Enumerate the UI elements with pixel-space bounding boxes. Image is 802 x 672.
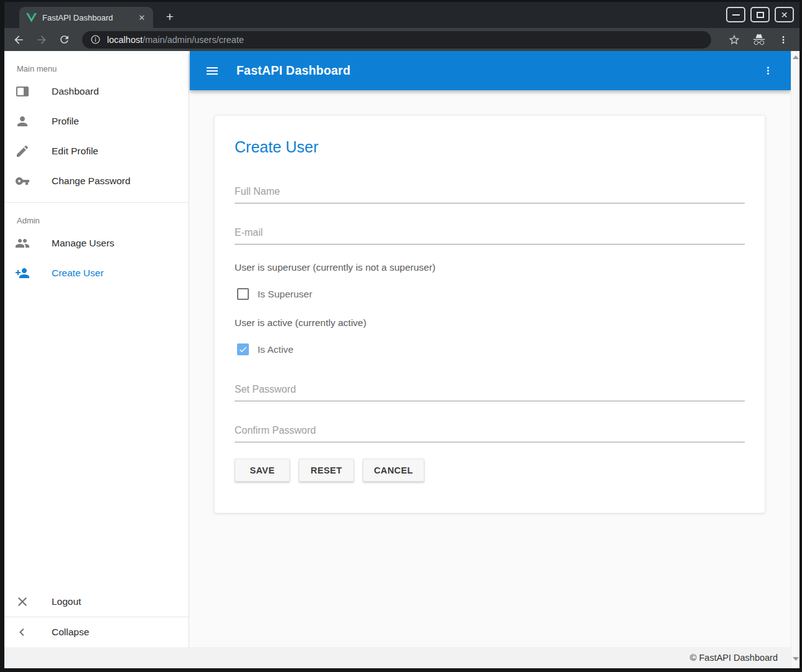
sidebar-item-label: Edit Profile xyxy=(52,146,98,157)
sidebar-item-label: Collapse xyxy=(52,627,89,638)
browser-tab[interactable]: FastAPI Dashboard ✕ xyxy=(19,7,153,28)
reload-icon xyxy=(58,34,70,45)
sidebar-item-profile[interactable]: Profile xyxy=(4,106,189,136)
sidebar-item-label: Logout xyxy=(52,596,81,607)
toolbar-actions xyxy=(722,33,791,47)
window-controls: ✕ xyxy=(726,7,794,22)
set-password-input[interactable] xyxy=(235,384,745,395)
pencil-icon xyxy=(15,144,30,159)
minimize-icon xyxy=(732,14,740,16)
sidebar-item-label: Create User xyxy=(52,268,104,279)
full-name-field xyxy=(235,186,745,203)
browser-menu-icon[interactable] xyxy=(778,34,789,45)
sidebar-divider xyxy=(4,202,189,203)
new-tab-button[interactable]: + xyxy=(161,8,179,26)
person-add-icon xyxy=(15,266,30,281)
sidebar-section-main-menu: Main menu xyxy=(17,64,189,73)
superuser-hint: User is superuser (currently is not a su… xyxy=(235,262,745,273)
confirm-password-field xyxy=(235,425,745,442)
maximize-button[interactable] xyxy=(750,7,770,22)
is-active-checkbox[interactable] xyxy=(237,343,249,355)
hamburger-menu-icon[interactable] xyxy=(205,63,220,78)
close-button[interactable]: ✕ xyxy=(775,7,794,22)
back-icon xyxy=(12,34,25,46)
reset-button[interactable]: RESET xyxy=(299,459,354,482)
forward-icon xyxy=(35,34,48,46)
tab-strip: FastAPI Dashboard ✕ + ✕ xyxy=(4,2,800,28)
sidebar-item-label: Profile xyxy=(52,116,79,127)
reload-button[interactable] xyxy=(58,34,70,45)
site-info-icon[interactable] xyxy=(90,34,101,45)
key-icon xyxy=(15,174,30,189)
tab-title: FastAPI Dashboard xyxy=(42,13,131,22)
app-bar-menu-icon[interactable] xyxy=(762,65,774,77)
incognito-icon xyxy=(752,33,766,47)
page-content: Main menu Dashboard Profile Edit Profile… xyxy=(4,51,800,668)
url-path: /main/admin/users/create xyxy=(142,35,244,45)
sidebar-item-dashboard[interactable]: Dashboard xyxy=(4,77,189,106)
sidebar-item-edit-profile[interactable]: Edit Profile xyxy=(4,136,189,166)
is-active-row[interactable]: Is Active xyxy=(235,343,745,355)
active-hint: User is active (currently active) xyxy=(235,317,745,329)
vue-logo-icon xyxy=(26,13,37,22)
bookmark-star-icon[interactable] xyxy=(728,34,740,46)
sidebar-item-collapse[interactable]: Collapse xyxy=(4,617,189,647)
is-active-label: Is Active xyxy=(258,344,294,355)
is-superuser-row[interactable]: Is Superuser xyxy=(235,288,745,300)
footer-copyright: © FastAPI Dashboard xyxy=(690,653,778,663)
browser-window: FastAPI Dashboard ✕ + ✕ xyxy=(0,0,802,672)
email-field xyxy=(235,227,745,245)
is-superuser-label: Is Superuser xyxy=(258,289,312,300)
sidebar-section-admin: Admin xyxy=(17,216,189,225)
sidebar-item-create-user[interactable]: Create User xyxy=(4,258,189,288)
address-bar[interactable]: localhost/main/admin/users/create xyxy=(82,31,711,49)
people-icon xyxy=(15,236,30,251)
app-bar-title: FastAPI Dashboard xyxy=(236,63,350,78)
cancel-button[interactable]: CANCEL xyxy=(363,459,424,482)
url-text: localhost/main/admin/users/create xyxy=(107,35,244,45)
sidebar-item-label: Change Password xyxy=(52,175,131,187)
sidebar-item-change-password[interactable]: Change Password xyxy=(4,166,189,196)
create-user-card: Create User User is superuser (currently… xyxy=(214,115,765,513)
full-name-input[interactable] xyxy=(235,186,745,197)
form-buttons: SAVE RESET CANCEL xyxy=(235,459,745,482)
close-icon: ✕ xyxy=(781,11,788,19)
sidebar-item-label: Manage Users xyxy=(52,238,114,249)
sidebar-item-label: Dashboard xyxy=(52,86,99,97)
confirm-password-input[interactable] xyxy=(235,425,745,436)
dashboard-icon xyxy=(15,84,30,99)
maximize-icon xyxy=(757,12,764,18)
minimize-button[interactable] xyxy=(726,7,745,22)
tab-close-icon[interactable]: ✕ xyxy=(136,12,147,23)
url-host: localhost xyxy=(107,35,142,45)
sidebar: Main menu Dashboard Profile Edit Profile… xyxy=(4,51,189,647)
browser-toolbar: localhost/main/admin/users/create xyxy=(4,28,800,51)
back-button[interactable] xyxy=(12,34,25,46)
sidebar-item-manage-users[interactable]: Manage Users xyxy=(4,228,189,258)
set-password-field xyxy=(235,384,745,401)
app-bar: FastAPI Dashboard xyxy=(190,51,791,90)
close-icon xyxy=(15,594,30,609)
sidebar-item-logout[interactable]: Logout xyxy=(4,587,189,617)
form-title: Create User xyxy=(235,138,745,156)
is-superuser-checkbox[interactable] xyxy=(237,288,249,300)
page-footer: © FastAPI Dashboard xyxy=(4,647,791,668)
sidebar-spacer xyxy=(4,288,189,587)
forward-button[interactable] xyxy=(35,34,48,46)
scroll-down-icon[interactable] xyxy=(793,657,799,661)
chevron-left-icon xyxy=(15,625,30,640)
save-button[interactable]: SAVE xyxy=(235,459,290,482)
vertical-scrollbar[interactable] xyxy=(791,51,800,668)
email-input[interactable] xyxy=(235,227,745,238)
scroll-up-icon[interactable] xyxy=(793,55,799,59)
person-icon xyxy=(15,114,30,129)
